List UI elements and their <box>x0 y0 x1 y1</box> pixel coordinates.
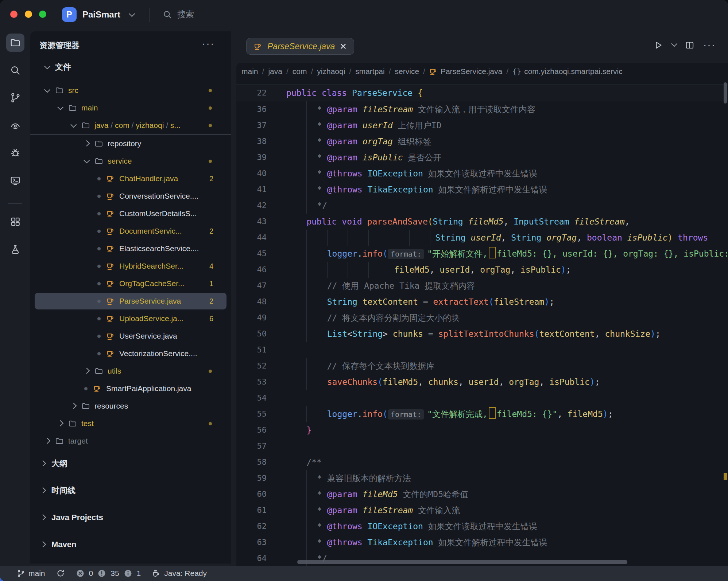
tree-item-utils[interactable]: utils <box>30 362 231 380</box>
symbol-namespace-icon: {} <box>512 67 521 76</box>
activity-bar <box>0 31 30 566</box>
activity-explorer-button[interactable] <box>6 34 24 52</box>
chevron-right-icon <box>40 514 46 520</box>
problems-status[interactable]: 0 35 1 <box>76 569 141 578</box>
sync-status[interactable] <box>56 569 65 578</box>
workspace-name[interactable]: PaiSmart <box>82 9 120 20</box>
chevron-right-icon <box>40 460 46 466</box>
run-dropdown-chevron-icon[interactable] <box>671 40 677 47</box>
code-line: 54 <box>236 390 728 406</box>
tree-item-chathandler-java[interactable]: ChatHandler.java2 <box>30 170 231 187</box>
breadcrumb-item[interactable]: {}com.yizhaoqi.smartpai.servic <box>512 67 623 76</box>
modified-indicator-dot <box>209 89 212 92</box>
file-modified-dot <box>97 335 101 338</box>
file-modified-dot <box>97 282 101 285</box>
error-icon <box>76 569 85 578</box>
branch-status[interactable]: main <box>17 569 45 578</box>
code-line: 47// 使用 Apache Tika 提取文档内容 <box>236 278 728 294</box>
tree-file-label: SmartPaiApplication.java <box>106 384 191 393</box>
tree-item-resources[interactable]: resources <box>30 397 231 415</box>
minimize-window-button[interactable] <box>25 11 32 18</box>
folder-icon <box>81 121 90 130</box>
breadcrumb-item[interactable]: ParseService.java <box>429 67 502 76</box>
tree-item-service[interactable]: service <box>30 152 231 170</box>
chevron-right-icon <box>40 487 46 493</box>
tree-item-smartpaiapplication-java[interactable]: SmartPaiApplication.java <box>30 380 231 397</box>
breadcrumb-item[interactable]: main <box>241 67 258 76</box>
line-number: 53 <box>236 374 272 390</box>
tree-item-parseservice-java[interactable]: ParseService.java2 <box>30 292 231 310</box>
close-icon[interactable] <box>340 43 346 50</box>
activity-bar-divider <box>8 203 22 204</box>
activity-search-button[interactable] <box>6 61 24 79</box>
file-modified-dot <box>97 265 101 268</box>
breadcrumb-item[interactable]: java <box>268 67 282 76</box>
java-file-icon <box>107 210 115 218</box>
chevron-right-icon <box>40 541 46 547</box>
tree-item-elasticsearchservice[interactable]: ElasticsearchService.... <box>30 240 231 257</box>
tree-item-hybridsearchser[interactable]: HybridSearchSer...4 <box>30 257 231 275</box>
java-language-status[interactable]: Java: Ready <box>152 569 207 578</box>
run-button[interactable] <box>654 40 663 50</box>
java-file-icon <box>429 67 438 76</box>
modified-indicator-dot <box>209 370 212 373</box>
vertical-scrollbar[interactable] <box>724 82 727 104</box>
tree-item-documentservic[interactable]: DocumentServic...2 <box>30 222 231 240</box>
zoom-window-button[interactable] <box>39 11 46 18</box>
tree-item-customuserdetailss[interactable]: CustomUserDetailsS... <box>30 205 231 222</box>
breadcrumb-item[interactable]: yizhaoqi <box>317 67 345 76</box>
tree-file-label: HybridSearchSer... <box>119 262 183 270</box>
activity-testing-button[interactable] <box>6 240 24 258</box>
git-branch-icon <box>10 92 21 103</box>
code-line: 36* @param fileStream 文件输入流，用于读取文件内容 <box>236 101 728 117</box>
tree-item-src[interactable]: src <box>30 82 231 99</box>
java-file-icon <box>107 245 115 253</box>
file-modified-dot <box>97 247 101 250</box>
extensions-icon <box>10 216 21 227</box>
split-editor-button[interactable] <box>685 40 694 50</box>
code-area[interactable]: 36* @param fileStream 文件输入流，用于读取文件内容37* … <box>236 101 728 566</box>
explorer-more-actions-button[interactable]: ··· <box>202 37 215 50</box>
code-line: 38* @param orgTag 组织标签 <box>236 133 728 149</box>
file-modified-dot <box>97 317 101 320</box>
breadcrumb-item[interactable]: smartpai <box>355 67 385 76</box>
sidebar-section-时间线[interactable]: 时间线 <box>30 477 231 504</box>
line-number: 63 <box>236 534 272 550</box>
tree-item-target[interactable]: target <box>30 432 231 450</box>
more-actions-button[interactable]: ··· <box>703 39 716 51</box>
activity-code-review-button[interactable] <box>6 116 24 134</box>
tree-item-orgtagcacheser[interactable]: OrgTagCacheSer...1 <box>30 275 231 292</box>
tree-item-test[interactable]: test <box>30 415 231 432</box>
breadcrumb-item[interactable]: com <box>293 67 307 76</box>
tree-item-repository[interactable]: repository <box>30 135 231 152</box>
tree-item-conversationservice[interactable]: ConversationService.... <box>30 187 231 205</box>
tree-item-userservice-java[interactable]: UserService.java <box>30 327 231 345</box>
sidebar-section-maven[interactable]: Maven <box>30 531 231 558</box>
activity-terminal-button[interactable] <box>6 172 24 190</box>
line-number: 51 <box>236 342 272 358</box>
chevron-down-icon[interactable] <box>129 11 135 17</box>
code-line: 53saveChunks(fileMd5, chunks, userId, or… <box>236 374 728 390</box>
close-window-button[interactable] <box>10 11 18 18</box>
modified-indicator-dot <box>209 160 212 163</box>
tree-item-main[interactable]: main <box>30 99 231 117</box>
breadcrumb-item[interactable]: service <box>395 67 419 76</box>
tab-parseservice[interactable]: ParseService.java <box>246 38 354 55</box>
search-icon <box>163 10 172 19</box>
line-number: 43 <box>236 214 272 230</box>
tree-item-vectorizationservice[interactable]: VectorizationService.... <box>30 345 231 362</box>
horizontal-scrollbar[interactable] <box>297 560 627 564</box>
activity-debug-button[interactable] <box>6 144 24 162</box>
search-placeholder: 搜索 <box>177 9 194 20</box>
bug-icon <box>10 148 21 159</box>
tree-item-uploadservice-ja[interactable]: UploadService.ja...6 <box>30 310 231 327</box>
global-search[interactable]: 搜索 <box>163 9 194 20</box>
sidebar-section-大纲[interactable]: 大纲 <box>30 450 231 477</box>
sidebar-section-java-projects[interactable]: Java Projects <box>30 504 231 531</box>
tree-item-文件[interactable]: 文件 <box>30 58 231 76</box>
activity-extensions-button[interactable] <box>6 212 24 231</box>
activity-source-control-button[interactable] <box>6 89 24 107</box>
file-modified-dot <box>97 300 101 303</box>
java-file-icon <box>107 350 115 358</box>
tree-item-java-com-yizhaoqi-s[interactable]: java / com / yizhaoqi / s... <box>30 117 231 135</box>
